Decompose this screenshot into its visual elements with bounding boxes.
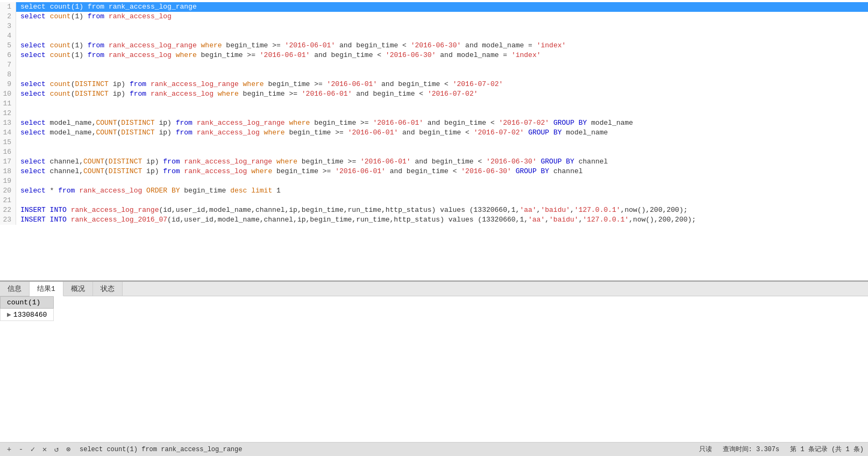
code-line-14: 14select model_name,COUNT(DISTINCT ip) f… — [0, 128, 868, 138]
line-number: 13 — [0, 118, 16, 128]
code-line-2: 2select count(1) from rank_access_log — [0, 12, 868, 22]
code-line-5: 5select count(1) from rank_access_log_ra… — [0, 41, 868, 51]
line-content: select count(1) from rank_access_log whe… — [16, 51, 541, 60]
line-content: INSERT INTO rank_access_log_2016_07(id,u… — [16, 215, 696, 225]
code-line-21: 21 — [0, 196, 868, 205]
line-content: select model_name,COUNT(DISTINCT ip) fro… — [16, 128, 608, 138]
code-line-20: 20select * from rank_access_log ORDER BY… — [0, 186, 868, 196]
code-line-12: 12 — [0, 109, 868, 118]
line-number: 6 — [0, 51, 16, 60]
tab-结果1[interactable]: 结果1 — [30, 282, 63, 296]
stop-button[interactable]: ⊗ — [63, 445, 73, 454]
line-number: 19 — [0, 176, 16, 186]
line-number: 2 — [0, 12, 16, 22]
table-row: ▶13308460 — [1, 309, 54, 321]
minus-button[interactable]: - — [16, 445, 26, 454]
line-number: 7 — [0, 60, 16, 70]
code-line-19: 19 — [0, 176, 868, 186]
code-line-10: 10select count(DISTINCT ip) from rank_ac… — [0, 89, 868, 99]
status-bar: + - ✓ ✕ ↺ ⊗ select count(1) from rank_ac… — [0, 442, 868, 456]
code-line-16: 16 — [0, 147, 868, 157]
tab-信息[interactable]: 信息 — [0, 282, 30, 296]
line-content: INSERT INTO rank_access_log_range(id,use… — [16, 205, 688, 215]
code-line-4: 4 — [0, 31, 868, 41]
line-content: select count(1) from rank_access_log_ran… — [16, 41, 566, 51]
line-number: 20 — [0, 186, 16, 196]
line-content: select channel,COUNT(DISTINCT ip) from r… — [16, 157, 608, 167]
line-number: 9 — [0, 80, 16, 89]
line-number: 1 — [0, 2, 16, 12]
line-number: 5 — [0, 41, 16, 51]
code-line-9: 9select count(DISTINCT ip) from rank_acc… — [0, 80, 868, 89]
row-arrow: ▶ — [7, 311, 11, 319]
line-number: 14 — [0, 128, 16, 138]
status-right: 只读 查询时间: 3.307s 第 1 条记录 (共 1 条) — [699, 445, 864, 454]
line-content: select count(DISTINCT ip) from rank_acce… — [16, 89, 478, 99]
check-button[interactable]: ✓ — [28, 445, 38, 454]
rows-info-label: 第 1 条记录 (共 1 条) — [790, 445, 864, 454]
line-number: 23 — [0, 215, 16, 225]
status-left: + - ✓ ✕ ↺ ⊗ select count(1) from rank_ac… — [4, 445, 242, 454]
line-content: select count(1) from rank_access_log — [16, 12, 172, 22]
code-line-8: 8 — [0, 70, 868, 80]
line-content: select model_name,COUNT(DISTINCT ip) fro… — [16, 118, 633, 128]
code-line-3: 3 — [0, 22, 868, 31]
line-number: 12 — [0, 109, 16, 118]
refresh-button[interactable]: ↺ — [52, 445, 61, 454]
code-line-23: 23INSERT INTO rank_access_log_2016_07(id… — [0, 215, 868, 225]
line-number: 8 — [0, 70, 16, 80]
line-content: select count(DISTINCT ip) from rank_acce… — [16, 80, 503, 89]
line-number: 10 — [0, 89, 16, 99]
close-button[interactable]: ✕ — [40, 445, 49, 454]
tab-概况[interactable]: 概况 — [63, 282, 93, 296]
line-number: 15 — [0, 138, 16, 147]
code-line-11: 11 — [0, 99, 868, 109]
line-number: 11 — [0, 99, 16, 109]
line-number: 18 — [0, 167, 16, 176]
code-line-15: 15 — [0, 138, 868, 147]
line-number: 22 — [0, 205, 16, 215]
code-line-18: 18select channel,COUNT(DISTINCT ip) from… — [0, 167, 868, 176]
line-number: 16 — [0, 147, 16, 157]
code-line-1: 1select count(1) from rank_access_log_ra… — [0, 2, 868, 12]
result-cell: ▶13308460 — [1, 309, 54, 321]
results-table: count(1) ▶13308460 — [0, 296, 54, 321]
read-only-label: 只读 — [699, 445, 712, 454]
query-text: select count(1) from rank_access_log_ran… — [80, 446, 242, 453]
line-content: select * from rank_access_log ORDER BY b… — [16, 186, 281, 196]
results-area: count(1) ▶13308460 — [0, 296, 868, 442]
bottom-panel: 信息结果1概况状态 count(1) ▶13308460 — [0, 281, 868, 442]
editor-area[interactable]: 1select count(1) from rank_access_log_ra… — [0, 0, 868, 281]
line-number: 3 — [0, 22, 16, 31]
line-number: 4 — [0, 31, 16, 41]
tab-状态[interactable]: 状态 — [93, 282, 123, 296]
code-line-7: 7 — [0, 60, 868, 70]
code-line-6: 6select count(1) from rank_access_log wh… — [0, 51, 868, 60]
line-number: 17 — [0, 157, 16, 167]
code-line-22: 22INSERT INTO rank_access_log_range(id,u… — [0, 205, 868, 215]
result-column-header: count(1) — [1, 297, 54, 309]
tabs-bar: 信息结果1概况状态 — [0, 282, 868, 296]
result-value: 13308460 — [13, 311, 47, 319]
add-button[interactable]: + — [4, 445, 14, 454]
line-number: 21 — [0, 196, 16, 205]
line-content: select count(1) from rank_access_log_ran… — [16, 2, 868, 12]
code-line-13: 13select model_name,COUNT(DISTINCT ip) f… — [0, 118, 868, 128]
query-time-label: 查询时间: 3.307s — [723, 445, 780, 454]
line-content: select channel,COUNT(DISTINCT ip) from r… — [16, 167, 583, 176]
code-line-17: 17select channel,COUNT(DISTINCT ip) from… — [0, 157, 868, 167]
